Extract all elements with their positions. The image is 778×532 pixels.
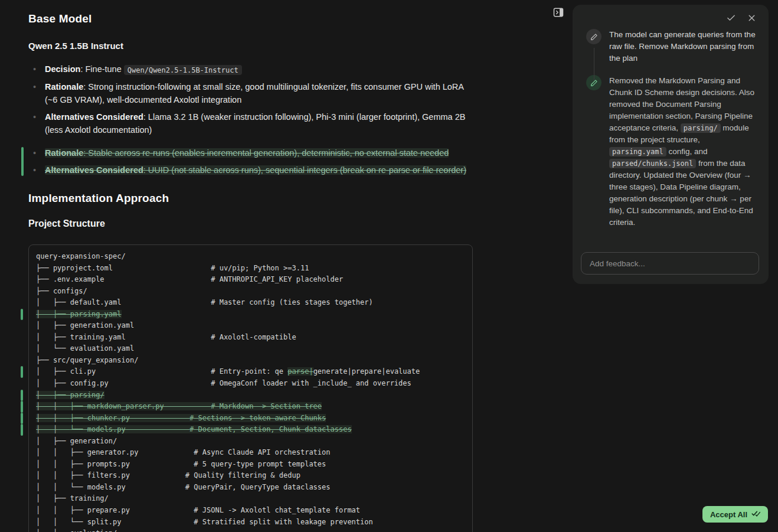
deleted-text: │ │ bbox=[36, 425, 70, 433]
text-segment: generate|prepare|evaluate bbox=[313, 367, 420, 376]
bullet-item: •Decision: Fine-tune Qwen/Qwen2.5-1.5B-I… bbox=[28, 63, 475, 76]
text-segment: │ └── evaluation/ bbox=[36, 529, 117, 532]
code-line: │ ├── parsing.yaml bbox=[36, 309, 465, 321]
deleted-text: │ bbox=[36, 310, 53, 318]
inline-code: parsing/ bbox=[681, 123, 721, 133]
text-segment: ├── src/query_expansion/ bbox=[36, 356, 138, 364]
deleted-text: ├── chunker.py # Sections -> token-aware… bbox=[70, 414, 326, 422]
deleted-text: │ │ bbox=[36, 402, 70, 410]
deletion-marker-bar bbox=[21, 366, 23, 378]
bullet-marker: • bbox=[33, 146, 36, 159]
check-icon[interactable] bbox=[726, 13, 736, 23]
code-line: │ └── evaluation.yaml bbox=[36, 343, 465, 355]
text-segment: │ ├── default.yaml # Master config (ties… bbox=[36, 298, 373, 306]
project-structure-code-block: query-expansion-spec/├── pyproject.toml … bbox=[28, 244, 473, 532]
bullet-marker: • bbox=[33, 80, 36, 93]
comment-text: Removed the Markdown Parsing and Chunk I… bbox=[609, 75, 759, 229]
text-segment: Alternatives Considered bbox=[45, 112, 143, 122]
code-line: │ ├── generation.yaml bbox=[36, 320, 465, 332]
deleted-bullet-item: •Alternatives Considered: UUID (not stab… bbox=[28, 164, 475, 177]
bullet-item: •Alternatives Considered: Llama 3.2 1B (… bbox=[28, 110, 475, 136]
struck-content: Rationale: Stable across re-runs (enable… bbox=[45, 148, 449, 158]
deleted-text: └── models.py # Document, Section, Chunk… bbox=[70, 425, 352, 433]
heading-project-structure: Project Structure bbox=[28, 218, 475, 229]
feedback-panel: The model can generate queries from the … bbox=[573, 5, 769, 284]
page-root: { "main": { "title": "Base Model", "subt… bbox=[0, 0, 778, 532]
code-line: │ │ ├── prompts.py # 5 query-type prompt… bbox=[36, 459, 465, 471]
inline-code: Qwen/Qwen2.5-1.5B-Instruct bbox=[124, 65, 242, 75]
text-segment: Rationale bbox=[45, 82, 83, 92]
document-pane: Base Model Qwen 2.5 1.5B Instruct •Decis… bbox=[28, 0, 475, 532]
add-feedback-input[interactable] bbox=[581, 252, 759, 275]
text-segment: │ │ ├── prompts.py # 5 query-type prompt… bbox=[36, 460, 326, 468]
code-line: ├── src/query_expansion/ bbox=[36, 355, 465, 367]
collapse-panel-icon[interactable] bbox=[553, 6, 564, 18]
close-icon[interactable] bbox=[747, 13, 757, 23]
comment-connector-line bbox=[594, 48, 594, 81]
text-segment: │ └── evaluation.yaml bbox=[36, 344, 134, 353]
double-check-icon bbox=[751, 509, 760, 520]
heading-model-name: Qwen 2.5 1.5B Instruct bbox=[28, 41, 475, 51]
text-segment: │ │ ├── prepare.py # JSONL -> Axolotl ch… bbox=[36, 506, 360, 514]
struck-content: Alternatives Considered: UUID (not stabl… bbox=[45, 165, 466, 175]
deleted-bullet-list: •Rationale: Stable across re-runs (enabl… bbox=[28, 146, 475, 177]
code-line: │ │ ├── markdown_parser.py # Markdown ->… bbox=[36, 401, 465, 413]
heading-implementation-approach: Implementation Approach bbox=[28, 192, 475, 205]
code-line: │ │ └── models.py # QueryPair, QueryType… bbox=[36, 482, 465, 494]
code-line: │ │ ├── generator.py # Async Claude API … bbox=[36, 447, 465, 459]
decision-bullet-list: •Decision: Fine-tune Qwen/Qwen2.5-1.5B-I… bbox=[28, 63, 475, 136]
code-line: │ ├── training.yaml # Axolotl-compatible bbox=[36, 332, 465, 344]
code-line: │ │ └── split.py # Stratified split with… bbox=[36, 517, 465, 528]
code-line: │ │ ├── prepare.py # JSONL -> Axolotl ch… bbox=[36, 505, 465, 517]
code-line: │ ├── config.py # OmegaConf loader with … bbox=[36, 378, 465, 390]
comment-item[interactable]: Removed the Markdown Parsing and Chunk I… bbox=[581, 75, 759, 229]
code-line: │ ├── cli.py # Entry-point: qe parse|gen… bbox=[36, 366, 465, 378]
deleted-text: parse| bbox=[287, 367, 313, 376]
inline-code: parsed/chunks.jsonl bbox=[609, 159, 696, 168]
text-segment: ├── configs/ bbox=[36, 287, 87, 295]
comment-text: The model can generate queries from the … bbox=[609, 29, 759, 64]
text-segment: │ ├── generation/ bbox=[36, 437, 117, 445]
deletion-marker-bar bbox=[21, 413, 23, 425]
deleted-text: ├── parsing/ bbox=[53, 391, 104, 399]
text-segment: │ ├── training.yaml # Axolotl-compatible bbox=[36, 333, 296, 341]
code-line: │ │ ├── chunker.py # Sections -> token-a… bbox=[36, 413, 465, 425]
text-segment: ├── .env.example # ANTHROPIC_API_KEY pla… bbox=[36, 275, 343, 283]
text-segment: The model can generate queries from the … bbox=[609, 30, 756, 63]
bullet-item: •Rationale: Strong instruction-following… bbox=[28, 80, 475, 106]
text-segment: │ ├── config.py # OmegaConf loader with … bbox=[36, 379, 411, 387]
code-line: │ ├── parsing/ bbox=[36, 390, 465, 402]
text-segment: : UUID (not stable across runs), sequent… bbox=[143, 165, 466, 175]
code-line: │ ├── default.yaml # Master config (ties… bbox=[36, 297, 465, 309]
accept-all-button[interactable]: Accept All bbox=[702, 506, 768, 523]
deletion-marker-bar bbox=[21, 147, 24, 176]
text-segment: │ │ └── models.py # QueryPair, QueryType… bbox=[36, 483, 331, 491]
text-segment: : Strong instruction-following at small … bbox=[45, 82, 463, 105]
text-segment: config, and bbox=[666, 147, 708, 156]
text-segment: Decision bbox=[45, 64, 80, 74]
text-segment: │ ├── cli.py # Entry-point: qe bbox=[36, 367, 287, 376]
comment-thread: The model can generate queries from the … bbox=[581, 29, 759, 229]
text-segment: : Stable across re-runs (enables increme… bbox=[83, 148, 449, 158]
feedback-panel-header bbox=[581, 13, 759, 23]
code-line: ├── pyproject.toml # uv/pip; Python >=3.… bbox=[36, 263, 465, 275]
deleted-text: ├── markdown_parser.py # Markdown -> Sec… bbox=[70, 402, 322, 410]
deletion-marker-bar bbox=[21, 401, 23, 413]
comment-item[interactable]: The model can generate queries from the … bbox=[581, 29, 759, 64]
text-segment: Alternatives Considered bbox=[45, 165, 143, 175]
bullet-marker: • bbox=[33, 164, 36, 177]
code-line: │ │ ├── filters.py # Quality filtering &… bbox=[36, 470, 465, 482]
heading-base-model: Base Model bbox=[28, 12, 475, 25]
text-segment: Rationale bbox=[45, 148, 83, 158]
pencil-icon bbox=[586, 29, 602, 44]
text-segment: │ ├── training/ bbox=[36, 494, 109, 502]
text-segment: query-expansion-spec/ bbox=[36, 252, 126, 260]
deleted-text: │ bbox=[36, 391, 53, 399]
deleted-bullet-item: •Rationale: Stable across re-runs (enabl… bbox=[28, 146, 475, 159]
deleted-bullet-group: •Rationale: Stable across re-runs (enabl… bbox=[28, 146, 475, 177]
code-line: │ ├── generation/ bbox=[36, 436, 465, 448]
text-segment: │ │ └── split.py # Stratified split with… bbox=[36, 518, 373, 526]
code-line: ├── .env.example # ANTHROPIC_API_KEY pla… bbox=[36, 274, 465, 286]
text-segment: │ ├── generation.yaml bbox=[36, 321, 134, 329]
deleted-text: ├── parsing.yaml bbox=[53, 310, 122, 318]
